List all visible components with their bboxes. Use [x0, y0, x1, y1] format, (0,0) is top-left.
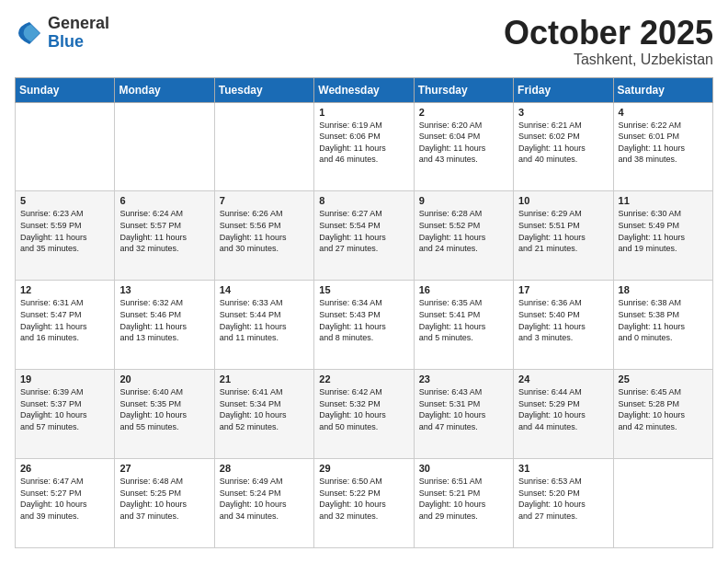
calendar-cell: 15Sunrise: 6:34 AM Sunset: 5:43 PM Dayli…: [314, 281, 414, 370]
day-number: 3: [518, 107, 608, 118]
day-number: 6: [119, 195, 209, 206]
day-number: 14: [220, 284, 309, 295]
day-number: 2: [419, 107, 508, 118]
day-number: 5: [20, 195, 109, 206]
day-number: 16: [419, 284, 508, 295]
calendar-cell: 22Sunrise: 6:42 AM Sunset: 5:32 PM Dayli…: [314, 370, 414, 459]
calendar-cell: [16, 102, 115, 191]
header-thursday: Thursday: [414, 77, 513, 102]
day-info: Sunrise: 6:30 AM Sunset: 5:49 PM Dayligh…: [619, 208, 708, 254]
header-friday: Friday: [514, 77, 613, 102]
day-info: Sunrise: 6:19 AM Sunset: 6:06 PM Dayligh…: [319, 120, 408, 166]
day-info: Sunrise: 6:22 AM Sunset: 6:01 PM Dayligh…: [619, 120, 708, 166]
day-info: Sunrise: 6:47 AM Sunset: 5:27 PM Dayligh…: [20, 476, 109, 522]
day-number: 4: [619, 107, 708, 118]
day-number: 8: [319, 195, 408, 206]
calendar-cell: 17Sunrise: 6:36 AM Sunset: 5:40 PM Dayli…: [514, 281, 613, 370]
day-number: 31: [518, 463, 608, 474]
day-number: 25: [619, 373, 708, 385]
title-location: Tashkent, Uzbekistan: [504, 52, 713, 68]
day-number: 23: [419, 373, 508, 385]
logo-blue: Blue: [48, 33, 109, 52]
day-number: 12: [20, 284, 109, 295]
page: General Blue October 2025 Tashkent, Uzbe…: [0, 0, 728, 563]
calendar-cell: 9Sunrise: 6:28 AM Sunset: 5:52 PM Daylig…: [414, 191, 513, 281]
day-info: Sunrise: 6:23 AM Sunset: 5:59 PM Dayligh…: [20, 208, 109, 254]
calendar-cell: 10Sunrise: 6:29 AM Sunset: 5:51 PM Dayli…: [514, 191, 613, 281]
header-sunday: Sunday: [16, 77, 115, 102]
day-number: 18: [619, 284, 708, 295]
calendar-week-2: 5Sunrise: 6:23 AM Sunset: 5:59 PM Daylig…: [16, 191, 713, 281]
day-info: Sunrise: 6:24 AM Sunset: 5:57 PM Dayligh…: [119, 208, 209, 254]
calendar-table: Sunday Monday Tuesday Wednesday Thursday…: [15, 77, 713, 548]
calendar-cell: 4Sunrise: 6:22 AM Sunset: 6:01 PM Daylig…: [613, 102, 712, 191]
header-monday: Monday: [115, 77, 214, 102]
day-info: Sunrise: 6:42 AM Sunset: 5:32 PM Dayligh…: [319, 386, 408, 432]
day-info: Sunrise: 6:21 AM Sunset: 6:02 PM Dayligh…: [518, 120, 608, 166]
day-info: Sunrise: 6:45 AM Sunset: 5:28 PM Dayligh…: [619, 386, 708, 432]
calendar-cell: 30Sunrise: 6:51 AM Sunset: 5:21 PM Dayli…: [414, 459, 513, 548]
day-number: 26: [20, 463, 109, 474]
day-number: 29: [319, 463, 408, 474]
calendar-week-5: 26Sunrise: 6:47 AM Sunset: 5:27 PM Dayli…: [16, 459, 713, 548]
day-number: 11: [619, 195, 708, 206]
day-number: 30: [419, 463, 508, 474]
day-info: Sunrise: 6:48 AM Sunset: 5:25 PM Dayligh…: [119, 476, 209, 522]
day-info: Sunrise: 6:33 AM Sunset: 5:44 PM Dayligh…: [220, 297, 309, 343]
day-info: Sunrise: 6:29 AM Sunset: 5:51 PM Dayligh…: [518, 208, 608, 254]
day-info: Sunrise: 6:20 AM Sunset: 6:04 PM Dayligh…: [419, 120, 508, 166]
calendar-cell: 18Sunrise: 6:38 AM Sunset: 5:38 PM Dayli…: [613, 281, 712, 370]
calendar-cell: [613, 459, 712, 548]
calendar-cell: 11Sunrise: 6:30 AM Sunset: 5:49 PM Dayli…: [613, 191, 712, 281]
logo-general: General: [48, 15, 109, 33]
calendar-cell: [214, 102, 313, 191]
calendar-cell: 25Sunrise: 6:45 AM Sunset: 5:28 PM Dayli…: [613, 370, 712, 459]
day-number: 1: [319, 107, 408, 118]
day-info: Sunrise: 6:51 AM Sunset: 5:21 PM Dayligh…: [419, 476, 508, 522]
day-number: 21: [220, 373, 309, 385]
day-info: Sunrise: 6:53 AM Sunset: 5:20 PM Dayligh…: [518, 476, 608, 522]
day-info: Sunrise: 6:50 AM Sunset: 5:22 PM Dayligh…: [319, 476, 408, 522]
day-number: 22: [319, 373, 408, 385]
day-info: Sunrise: 6:40 AM Sunset: 5:35 PM Dayligh…: [119, 386, 209, 432]
logo-text: General Blue: [48, 15, 109, 52]
calendar-cell: [115, 102, 214, 191]
day-info: Sunrise: 6:27 AM Sunset: 5:54 PM Dayligh…: [319, 208, 408, 254]
day-info: Sunrise: 6:43 AM Sunset: 5:31 PM Dayligh…: [419, 386, 508, 432]
calendar-cell: 16Sunrise: 6:35 AM Sunset: 5:41 PM Dayli…: [414, 281, 513, 370]
day-number: 7: [220, 195, 309, 206]
calendar-cell: 19Sunrise: 6:39 AM Sunset: 5:37 PM Dayli…: [16, 370, 115, 459]
calendar-cell: 21Sunrise: 6:41 AM Sunset: 5:34 PM Dayli…: [214, 370, 313, 459]
day-info: Sunrise: 6:41 AM Sunset: 5:34 PM Dayligh…: [220, 386, 309, 432]
calendar-cell: 1Sunrise: 6:19 AM Sunset: 6:06 PM Daylig…: [314, 102, 414, 191]
day-info: Sunrise: 6:38 AM Sunset: 5:38 PM Dayligh…: [619, 297, 708, 343]
calendar-week-4: 19Sunrise: 6:39 AM Sunset: 5:37 PM Dayli…: [16, 370, 713, 459]
calendar-cell: 12Sunrise: 6:31 AM Sunset: 5:47 PM Dayli…: [16, 281, 115, 370]
calendar-cell: 13Sunrise: 6:32 AM Sunset: 5:46 PM Dayli…: [115, 281, 214, 370]
day-number: 24: [518, 373, 608, 385]
calendar-cell: 6Sunrise: 6:24 AM Sunset: 5:57 PM Daylig…: [115, 191, 214, 281]
header-row: Sunday Monday Tuesday Wednesday Thursday…: [16, 77, 713, 102]
calendar-cell: 26Sunrise: 6:47 AM Sunset: 5:27 PM Dayli…: [16, 459, 115, 548]
calendar-cell: 7Sunrise: 6:26 AM Sunset: 5:56 PM Daylig…: [214, 191, 313, 281]
title-block: October 2025 Tashkent, Uzbekistan: [504, 15, 713, 68]
header-tuesday: Tuesday: [214, 77, 313, 102]
day-info: Sunrise: 6:35 AM Sunset: 5:41 PM Dayligh…: [419, 297, 508, 343]
calendar-cell: 5Sunrise: 6:23 AM Sunset: 5:59 PM Daylig…: [16, 191, 115, 281]
header-wednesday: Wednesday: [314, 77, 414, 102]
calendar-cell: 27Sunrise: 6:48 AM Sunset: 5:25 PM Dayli…: [115, 459, 214, 548]
calendar-cell: 20Sunrise: 6:40 AM Sunset: 5:35 PM Dayli…: [115, 370, 214, 459]
day-number: 28: [220, 463, 309, 474]
day-number: 17: [518, 284, 608, 295]
day-info: Sunrise: 6:28 AM Sunset: 5:52 PM Dayligh…: [419, 208, 508, 254]
calendar-cell: 2Sunrise: 6:20 AM Sunset: 6:04 PM Daylig…: [414, 102, 513, 191]
calendar-cell: 29Sunrise: 6:50 AM Sunset: 5:22 PM Dayli…: [314, 459, 414, 548]
header: General Blue October 2025 Tashkent, Uzbe…: [15, 15, 713, 68]
day-number: 9: [419, 195, 508, 206]
calendar-week-3: 12Sunrise: 6:31 AM Sunset: 5:47 PM Dayli…: [16, 281, 713, 370]
calendar-cell: 8Sunrise: 6:27 AM Sunset: 5:54 PM Daylig…: [314, 191, 414, 281]
calendar-cell: 23Sunrise: 6:43 AM Sunset: 5:31 PM Dayli…: [414, 370, 513, 459]
calendar-cell: 3Sunrise: 6:21 AM Sunset: 6:02 PM Daylig…: [514, 102, 613, 191]
day-number: 19: [20, 373, 109, 385]
header-saturday: Saturday: [613, 77, 712, 102]
